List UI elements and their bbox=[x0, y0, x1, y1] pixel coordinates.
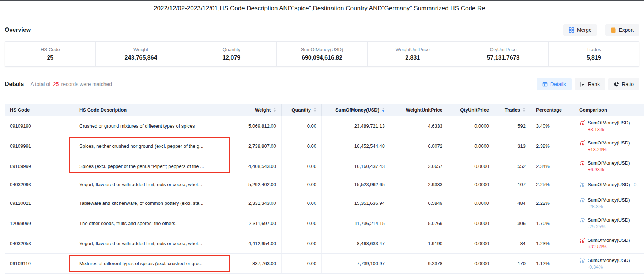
export-button[interactable]: Export bbox=[605, 24, 639, 36]
weight-unit-price-cell: 9.2378 bbox=[390, 254, 448, 273]
column-header-trades[interactable]: Trades bbox=[494, 104, 531, 116]
stat-sum-of-money: SumOfMoney(USD)690,094,616.82 bbox=[277, 42, 368, 66]
quantity-cell: 0.00 bbox=[282, 156, 322, 176]
view-tab-rank[interactable]: Rank bbox=[575, 78, 606, 90]
trend-down-icon bbox=[580, 258, 585, 263]
sum-of-money-cell: 16,452,544.48 bbox=[322, 136, 390, 156]
trades-cell: 306 bbox=[494, 213, 531, 233]
comparison-change: -0.34% bbox=[580, 264, 630, 270]
comparison-change: +32.81% bbox=[580, 244, 630, 249]
weight-unit-price-cell: 1.9190 bbox=[390, 233, 448, 253]
trend-up-icon bbox=[580, 140, 585, 146]
percentage-cell: 2.22% bbox=[531, 193, 574, 213]
column-header-hs-code: HS Code bbox=[5, 104, 71, 116]
qty-unit-price-cell: 0.0000 bbox=[448, 176, 494, 193]
sum-of-money-cell: 7,739,100.97 bbox=[322, 254, 390, 273]
pie-chart-icon bbox=[614, 82, 619, 87]
details-header-bar: Details A total of25records were matched… bbox=[5, 77, 639, 91]
trades-cell: 592 bbox=[494, 116, 531, 136]
page-title: 2022/12/02-2023/12/01,HS Code Descriptio… bbox=[0, 1, 644, 15]
sort-carets-icon bbox=[313, 108, 316, 112]
comparison-change-inline: -0. bbox=[632, 182, 638, 187]
stat-trades: Trades5,819 bbox=[549, 42, 639, 66]
match-summary: A total of25records were matched bbox=[30, 81, 112, 87]
rank-bars-icon bbox=[580, 82, 585, 87]
sort-carets-icon bbox=[273, 108, 276, 112]
view-tab-ratio-label: Ratio bbox=[622, 81, 634, 87]
weight-cell: 5,069,812.00 bbox=[236, 116, 282, 136]
export-file-icon bbox=[611, 27, 617, 33]
details-heading: Details bbox=[5, 81, 24, 87]
hs-code-cell: 04032093 bbox=[5, 176, 71, 193]
table-header-row: HS Code HS Code Description Weight Quant… bbox=[5, 104, 644, 116]
hs-code-cell: 09109991 bbox=[5, 136, 71, 156]
comparison-metric-label: SumOfMoney(USD) bbox=[588, 160, 630, 166]
trend-down-icon bbox=[580, 197, 585, 203]
weight-cell: 2,331,343.00 bbox=[236, 193, 282, 213]
view-tab-ratio[interactable]: Ratio bbox=[608, 78, 639, 90]
trend-up-icon bbox=[580, 160, 585, 166]
match-prefix: A total of bbox=[30, 81, 50, 87]
table-body: 09109190 Crushed or ground mixtures of d… bbox=[5, 116, 644, 274]
comparison-change: +6.93% bbox=[580, 167, 630, 172]
hs-code-description-cell: Spices, neither crushed nor ground (excl… bbox=[71, 136, 236, 156]
comparison-change: +3.13% bbox=[580, 127, 630, 132]
weight-unit-price-cell: 3.6657 bbox=[390, 156, 448, 176]
weight-cell: 2,738,807.00 bbox=[236, 136, 282, 156]
weight-unit-price-cell: 4.6333 bbox=[390, 116, 448, 136]
stat-qty-unit-price: QtyUnitPrice57,131.7673 bbox=[458, 42, 549, 66]
stat-quantity: Quantity12,079 bbox=[186, 42, 277, 66]
trades-cell: 107 bbox=[494, 176, 531, 193]
column-header-sum-of-money[interactable]: SumOfMoney(USD) bbox=[322, 104, 390, 116]
comparison-change: -25.25% bbox=[580, 224, 630, 229]
hs-code-cell: 04032053 bbox=[5, 233, 71, 253]
table-row: 04032053 Yogurt, flavoured or with added… bbox=[5, 233, 644, 254]
quantity-cell: 0.00 bbox=[282, 213, 322, 233]
column-header-percentage: Percentage bbox=[531, 104, 574, 116]
column-header-quantity[interactable]: Quantity bbox=[282, 104, 322, 116]
weight-cell: 2,311,697.00 bbox=[236, 213, 282, 233]
column-header-description: HS Code Description bbox=[71, 104, 236, 116]
sum-of-money-cell: 8,468,633.47 bbox=[322, 233, 390, 253]
stat-weight-unit-price: WeightUnitPrice2.831 bbox=[368, 42, 458, 66]
hs-code-cell: 69120021 bbox=[5, 193, 71, 213]
comparison-metric-label: SumOfMoney(USD) bbox=[588, 217, 630, 223]
percentage-cell: 1.70% bbox=[531, 213, 574, 233]
trades-cell: 170 bbox=[494, 254, 531, 273]
hs-code-cell: 09109110 bbox=[5, 254, 71, 273]
column-header-weight[interactable]: Weight bbox=[236, 104, 282, 116]
trend-down-icon bbox=[580, 217, 585, 223]
overview-summary-card: HS Code25 Weight243,765,864 Quantity12,0… bbox=[5, 41, 639, 67]
comparison-cell: SumOfMoney(USD) -28.3% -28.3% bbox=[574, 193, 644, 213]
sum-of-money-cell: 15,523,962.65 bbox=[322, 176, 390, 193]
qty-unit-price-cell: 0.0000 bbox=[448, 254, 494, 273]
table-row: 12099999 The other seeds, fruits and spo… bbox=[5, 213, 644, 233]
overview-header-bar: Overview Merge Export bbox=[5, 23, 639, 37]
comparison-cell: SumOfMoney(USD) +6.93% +6.93% bbox=[574, 156, 644, 176]
comparison-metric-label: SumOfMoney(USD) bbox=[588, 182, 630, 187]
weight-unit-price-cell: 6.0072 bbox=[390, 136, 448, 156]
hs-code-description-cell: Spices (excl. pepper of the genus "Piper… bbox=[71, 156, 236, 176]
quantity-cell: 0.00 bbox=[282, 233, 322, 253]
comparison-metric-label: SumOfMoney(USD) bbox=[588, 120, 630, 125]
qty-unit-price-cell: 0.0000 bbox=[448, 116, 494, 136]
export-button-label: Export bbox=[619, 27, 634, 33]
percentage-cell: 1.12% bbox=[531, 254, 574, 273]
trend-up-icon bbox=[580, 237, 585, 243]
merge-button[interactable]: Merge bbox=[563, 24, 597, 36]
percentage-cell: 1.23% bbox=[531, 233, 574, 253]
trades-cell: 484 bbox=[494, 193, 531, 213]
view-tab-details[interactable]: Details bbox=[537, 78, 572, 90]
comparison-change: -28.3% bbox=[580, 204, 630, 209]
hs-code-description-cell: Tableware and kitchenware, of common pot… bbox=[71, 193, 236, 213]
trades-cell: 84 bbox=[494, 233, 531, 253]
hs-code-description-cell: Yogurt, flavoured or with added fruit, n… bbox=[71, 233, 236, 253]
stat-hs-code: HS Code25 bbox=[5, 42, 96, 66]
qty-unit-price-cell: 0.0000 bbox=[448, 193, 494, 213]
hs-code-description-cell: The other seeds, fruits and spores: the … bbox=[71, 213, 236, 233]
qty-unit-price-cell: 0.0000 bbox=[448, 156, 494, 176]
comparison-cell: SumOfMoney(USD) +32.81% +32.81% bbox=[574, 233, 644, 253]
weight-unit-price-cell: 6.5849 bbox=[390, 193, 448, 213]
comparison-cell: SumOfMoney(USD) -0. -0. bbox=[574, 176, 644, 193]
weight-cell: 5,292,402.00 bbox=[236, 176, 282, 193]
